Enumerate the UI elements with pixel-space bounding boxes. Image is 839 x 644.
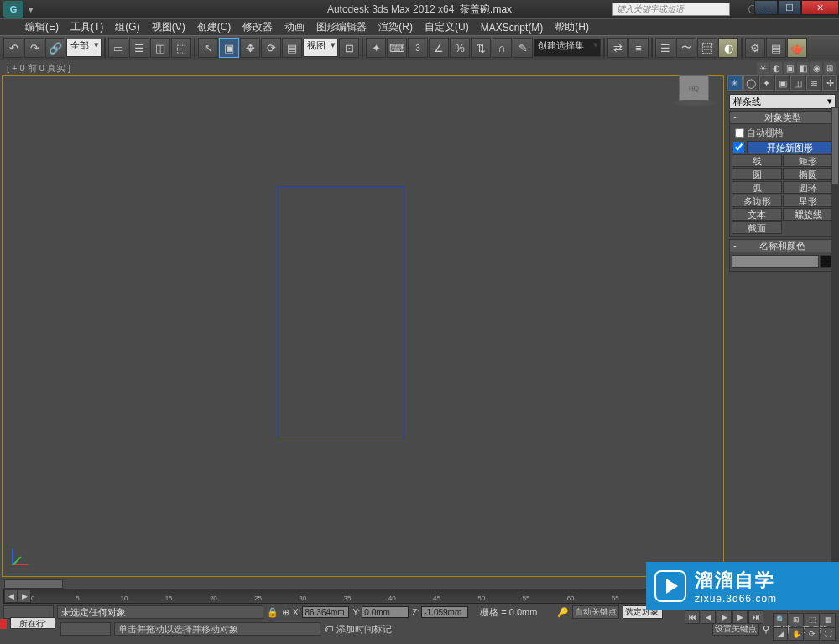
curve-editor-button[interactable]: 〜 [676, 38, 696, 58]
menu-maxscript[interactable]: MAXScript(M) [481, 22, 544, 34]
redo-button[interactable]: ↷ [24, 38, 44, 58]
refcoord-dropdown[interactable]: 视图 [303, 39, 338, 57]
undo-button[interactable]: ↶ [3, 38, 23, 58]
autokey-button[interactable]: 自动关键点 [572, 605, 619, 619]
key-icon[interactable]: 🔑 [557, 607, 569, 618]
category-dropdown[interactable]: 样条线 [729, 94, 836, 109]
orbit-button[interactable]: ⟳ [805, 627, 820, 641]
play-button[interactable]: ▶ [717, 610, 732, 624]
tool4-icon[interactable]: ◉ [810, 62, 822, 74]
time-slider-thumb[interactable] [4, 579, 63, 589]
menu-animation[interactable]: 动画 [284, 20, 305, 34]
help-search-input[interactable]: 键入关键字或短语 [612, 3, 730, 16]
spinner-snap-button[interactable]: ⇅ [471, 38, 491, 58]
helpers-tab[interactable]: ◫ [790, 75, 805, 91]
tool2-icon[interactable]: ▣ [784, 62, 795, 74]
qat-arrow-icon[interactable]: ▾ [29, 4, 34, 15]
menu-create[interactable]: 创建(C) [197, 20, 232, 34]
autogrid-checkbox[interactable] [735, 128, 744, 138]
cameras-tab[interactable]: ▣ [775, 75, 790, 91]
viewport-label[interactable]: [ + 0 前 0 真实 ] [7, 62, 70, 75]
window-crossing-button[interactable]: ⬚ [171, 38, 191, 58]
create-tab[interactable]: ✳ [727, 75, 743, 91]
object-name-input[interactable] [732, 255, 819, 268]
zoom-all-button[interactable]: ⊞ [789, 613, 804, 626]
shapes-tab[interactable]: ◯ [743, 75, 758, 91]
rollout-object-type[interactable]: 对象类型 [729, 111, 836, 124]
zoom-extents-all-button[interactable]: ▦ [821, 613, 836, 626]
zoom-button[interactable]: 🔍 [773, 613, 788, 626]
btn-donut[interactable]: 圆环 [783, 181, 833, 194]
goto-end-button[interactable]: ⏭ [748, 610, 763, 624]
menu-group[interactable]: 组(G) [115, 20, 139, 34]
add-time-tag[interactable]: 添加时间标记 [336, 623, 392, 636]
startnew-button[interactable]: 开始新图形 [747, 141, 833, 153]
btn-ngon[interactable]: 多边形 [732, 195, 782, 207]
move-button[interactable]: ✥ [240, 38, 260, 58]
space-tab[interactable]: ≋ [806, 75, 821, 91]
rotate-button[interactable]: ⟳ [261, 38, 281, 58]
pivot-button[interactable]: ⊡ [339, 38, 359, 58]
magnet-icon[interactable]: ∩ [492, 38, 512, 58]
startnew-checkbox[interactable] [733, 142, 744, 153]
manip-button[interactable]: ✦ [366, 38, 386, 58]
scale-button[interactable]: ▤ [282, 38, 302, 58]
btn-section[interactable]: 截面 [732, 221, 782, 234]
render-setup-button[interactable]: ⚙ [745, 38, 765, 58]
menu-grapheditors[interactable]: 图形编辑器 [316, 20, 367, 34]
btn-ellipse[interactable]: 椭圆 [783, 168, 833, 180]
render-frame-button[interactable]: ▤ [766, 38, 786, 58]
tool1-icon[interactable]: ◐ [770, 62, 782, 74]
zoom-extents-button[interactable]: ⬚ [805, 613, 820, 626]
btn-arc[interactable]: 弧 [732, 181, 782, 194]
maximize-viewport-button[interactable]: ⛶ [821, 627, 836, 641]
timetag-icon[interactable]: 🏷 [324, 624, 333, 634]
keyfilters-icon[interactable]: ⚲ [763, 624, 769, 635]
menu-customize[interactable]: 自定义(U) [425, 20, 469, 34]
light-icon[interactable]: ☀ [757, 62, 769, 74]
setkey-button[interactable]: 设置关键点 [712, 622, 759, 636]
btn-helix[interactable]: 螺旋线 [783, 208, 833, 221]
btn-star[interactable]: 星形 [783, 195, 833, 207]
menu-tools[interactable]: 工具(T) [70, 20, 103, 34]
goto-start-button[interactable]: ⏮ [685, 610, 700, 624]
edit-selset-button[interactable]: ✎ [513, 38, 533, 58]
keymode-button[interactable]: ⌨ [387, 38, 407, 58]
material-editor-button[interactable]: ◐ [718, 38, 738, 58]
filter-dropdown[interactable]: 全部 [66, 39, 102, 57]
align-button[interactable]: ≡ [628, 38, 649, 58]
mini-listener-2[interactable] [60, 622, 111, 636]
fov-button[interactable]: ◢ [773, 627, 788, 641]
prev-frame-button[interactable]: ◀ [701, 610, 716, 624]
menu-modifiers[interactable]: 修改器 [242, 20, 273, 34]
close-button[interactable]: ✕ [801, 0, 839, 15]
timeline-prev-button[interactable]: ◀ [4, 589, 18, 603]
systems-tab[interactable]: ✢ [822, 75, 837, 91]
viewcube[interactable]: HQ [679, 75, 709, 101]
z-coord-input[interactable] [421, 606, 468, 618]
named-selset-dropdown[interactable]: 创建选择集 [534, 39, 601, 57]
maximize-button[interactable]: ☐ [778, 0, 801, 15]
rollout-name-color[interactable]: 名称和颜色 [729, 239, 836, 252]
select-region-button[interactable]: ◫ [150, 38, 170, 58]
app-icon[interactable]: G [3, 1, 23, 18]
viewport[interactable]: [ + 0 前 0 真实 ] HQ [0, 60, 726, 579]
next-frame-button[interactable]: ▶ [732, 610, 748, 624]
lights-tab[interactable]: ✦ [759, 75, 774, 91]
btn-rectangle[interactable]: 矩形 [783, 154, 833, 167]
coord-display-icon[interactable]: ⊕ [282, 607, 289, 618]
angle-snap-button[interactable]: ∠ [429, 38, 449, 58]
rectangle-shape[interactable] [278, 186, 404, 439]
timeline-next-button[interactable]: ▶ [18, 589, 31, 603]
btn-line[interactable]: 线 [732, 154, 782, 167]
snap-toggle[interactable]: 3 [408, 38, 428, 58]
menu-rendering[interactable]: 渲染(R) [378, 20, 413, 34]
panel-scrollbar[interactable] [831, 107, 839, 579]
tool5-icon[interactable]: ⊞ [824, 62, 836, 74]
render-button[interactable]: 🫖 [787, 38, 807, 58]
percent-snap-button[interactable]: % [450, 38, 470, 58]
cursor-icon[interactable]: ↖ [198, 38, 218, 58]
mirror-button[interactable]: ⇄ [607, 38, 628, 58]
menu-help[interactable]: 帮助(H) [555, 20, 589, 34]
menu-views[interactable]: 视图(V) [152, 20, 185, 34]
